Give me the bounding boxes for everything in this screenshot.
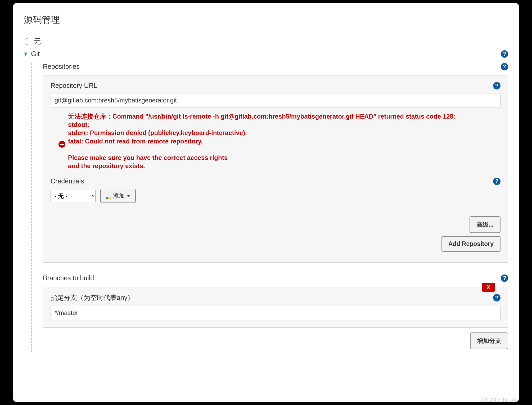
add-repository-button[interactable]: Add Repository — [441, 236, 501, 252]
add-credentials-button[interactable]: 添加 — [100, 189, 136, 203]
error-icon — [58, 141, 65, 148]
scm-radio-none[interactable]: 无 — [24, 37, 508, 46]
key-icon — [106, 194, 111, 197]
error-text: 无法连接仓库：Command "/usr/bin/git ls-remote -… — [68, 112, 456, 170]
svg-rect-2 — [110, 198, 110, 199]
scm-git-label: Git — [31, 50, 40, 58]
branch-specifier-input[interactable] — [51, 306, 501, 320]
svg-point-0 — [106, 197, 108, 199]
scm-radio-git[interactable]: Git — [24, 50, 40, 58]
repositories-header: Repositories — [43, 63, 80, 70]
credentials-label: Credentials — [51, 177, 84, 185]
help-icon[interactable]: ? — [493, 294, 501, 302]
error-block: 无法连接仓库：Command "/usr/bin/git ls-remote -… — [58, 112, 501, 170]
chevron-down-icon — [127, 195, 130, 197]
svg-rect-3 — [110, 198, 111, 199]
repo-url-label: Repository URL — [51, 82, 97, 89]
indent-rail — [31, 63, 41, 352]
branch-box: X 指定分支（为空时代表any） ? — [43, 287, 508, 328]
help-icon[interactable]: ? — [493, 82, 501, 89]
add-credentials-label: 添加 — [113, 192, 125, 200]
help-icon[interactable]: ? — [501, 63, 508, 70]
section-title: 源码管理 — [24, 14, 508, 31]
branch-specifier-label: 指定分支（为空时代表any） — [51, 293, 134, 302]
repo-url-input[interactable] — [51, 93, 501, 107]
advanced-button[interactable]: 高级... — [470, 216, 501, 233]
delete-branch-button[interactable]: X — [482, 283, 495, 292]
branches-header: Branches to build — [43, 274, 94, 282]
credentials-select[interactable]: - 无 - — [51, 190, 96, 202]
svg-rect-1 — [108, 198, 110, 199]
scm-radio-git-input[interactable] — [24, 52, 27, 56]
scm-radio-none-input[interactable] — [24, 38, 30, 45]
add-branch-button[interactable]: 增加分支 — [470, 332, 508, 349]
help-icon[interactable]: ? — [501, 50, 508, 58]
scm-none-label: 无 — [34, 37, 41, 46]
repository-box: Repository URL ? 无法连接仓库：Command "/usr/bi… — [43, 75, 508, 263]
help-icon[interactable]: ? — [493, 178, 501, 185]
watermark: CSDN @hresh — [481, 397, 516, 403]
help-icon[interactable]: ? — [501, 274, 508, 282]
